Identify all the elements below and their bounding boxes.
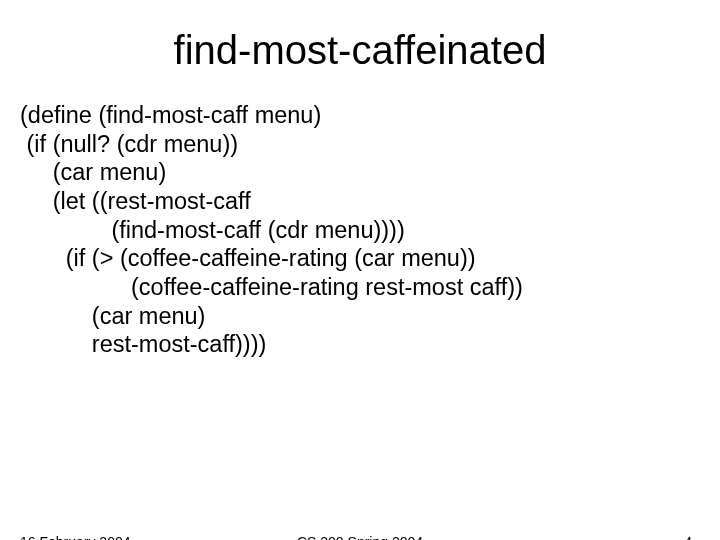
footer-page: 4 [684,534,692,540]
slide: find-most-caffeinated (define (find-most… [0,28,720,540]
footer-course: CS 200 Spring 2004 [0,534,720,540]
slide-title: find-most-caffeinated [0,28,720,73]
code-block: (define (find-most-caff menu) (if (null?… [20,101,720,359]
